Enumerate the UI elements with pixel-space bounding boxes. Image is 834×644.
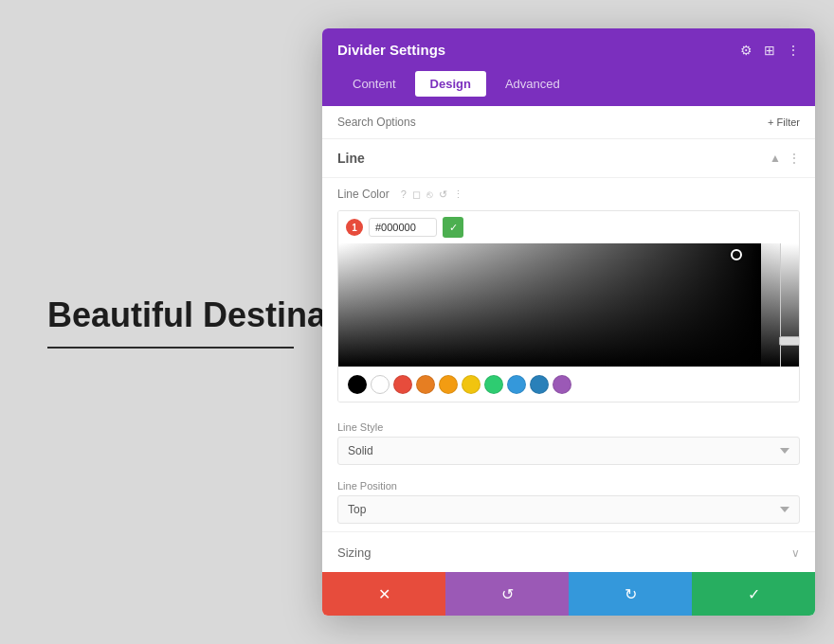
filter-button[interactable]: + Filter bbox=[768, 116, 800, 128]
line-position-group: Line Position Top Center Bottom bbox=[322, 473, 815, 531]
panel-footer: ✕ ↺ ↻ ✓ bbox=[322, 572, 815, 616]
color-swatch[interactable] bbox=[439, 375, 458, 394]
color-confirm-button[interactable]: ✓ bbox=[443, 217, 463, 238]
color-swatch[interactable] bbox=[553, 375, 571, 394]
line-section-header: Line ▲ ⋮ bbox=[322, 139, 815, 178]
save-button[interactable]: ✓ bbox=[692, 572, 815, 616]
color-hex-input[interactable] bbox=[369, 218, 437, 237]
color-indicator[interactable] bbox=[731, 249, 742, 260]
tab-design[interactable]: Design bbox=[415, 71, 486, 97]
section-more-icon[interactable]: ⋮ bbox=[789, 152, 800, 165]
panel-header: Divider Settings ⚙ ⊞ ⋮ bbox=[322, 28, 815, 71]
line-color-icons: ? ◻ ⎋ ↺ ⋮ bbox=[401, 188, 463, 201]
tab-advanced[interactable]: Advanced bbox=[490, 71, 575, 97]
color-swatch[interactable] bbox=[462, 375, 480, 394]
color-swatch[interactable] bbox=[507, 375, 526, 394]
help-icon[interactable]: ? bbox=[401, 188, 407, 200]
color-badge: 1 bbox=[346, 219, 363, 236]
color-swatches bbox=[338, 367, 799, 402]
sizing-section: Sizing ∨ bbox=[322, 531, 815, 572]
filter-label: + Filter bbox=[768, 116, 800, 128]
color-swatch[interactable] bbox=[348, 375, 367, 394]
redo-button[interactable]: ↻ bbox=[569, 572, 692, 616]
panel-body: Line ▲ ⋮ Line Color ? ◻ ⎋ ↺ ⋮ 1 ✓ bbox=[322, 139, 815, 572]
line-style-group: Line Style Solid Dashed Dotted bbox=[322, 414, 815, 473]
color-swatch[interactable] bbox=[530, 375, 549, 394]
color-picker: 1 ✓ bbox=[337, 210, 800, 402]
panel-title: Divider Settings bbox=[337, 42, 445, 58]
color-swatch[interactable] bbox=[416, 375, 435, 394]
save-icon: ✓ bbox=[748, 585, 760, 603]
cancel-button[interactable]: ✕ bbox=[322, 572, 445, 616]
tab-content[interactable]: Content bbox=[337, 71, 411, 97]
line-position-label: Line Position bbox=[337, 480, 800, 492]
reset-icon[interactable]: ◻ bbox=[412, 188, 421, 201]
line-style-select[interactable]: Solid Dashed Dotted bbox=[337, 437, 800, 465]
redo-footer-icon: ↻ bbox=[625, 585, 637, 603]
copy-icon[interactable]: ⎋ bbox=[426, 188, 433, 200]
value-handle[interactable] bbox=[779, 336, 800, 346]
line-style-label: Line Style bbox=[337, 421, 800, 433]
options-icon[interactable]: ⋮ bbox=[453, 188, 463, 201]
section-icons: ▲ ⋮ bbox=[770, 152, 800, 165]
line-section-title: Line bbox=[337, 151, 365, 166]
undo-button[interactable]: ↺ bbox=[445, 572, 569, 616]
search-bar: + Filter bbox=[322, 106, 815, 139]
panel-header-icons: ⚙ ⊞ ⋮ bbox=[740, 43, 800, 58]
sizing-title: Sizing bbox=[337, 546, 371, 560]
settings-panel: Divider Settings ⚙ ⊞ ⋮ Content Design Ad… bbox=[322, 28, 815, 616]
cancel-icon: ✕ bbox=[378, 585, 390, 603]
color-swatch[interactable] bbox=[393, 375, 412, 394]
columns-icon[interactable]: ⊞ bbox=[764, 43, 775, 58]
line-position-select[interactable]: Top Center Bottom bbox=[337, 495, 800, 524]
settings-icon[interactable]: ⚙ bbox=[740, 43, 752, 58]
more-icon[interactable]: ⋮ bbox=[787, 43, 800, 58]
value-slider[interactable] bbox=[780, 243, 799, 367]
sizing-chevron: ∨ bbox=[791, 546, 800, 560]
undo-footer-icon: ↺ bbox=[501, 585, 514, 603]
line-color-row: Line Color ? ◻ ⎋ ↺ ⋮ bbox=[322, 178, 815, 210]
collapse-icon[interactable]: ▲ bbox=[770, 152, 781, 165]
panel-tabs: Content Design Advanced bbox=[322, 71, 815, 106]
color-swatch[interactable] bbox=[484, 375, 503, 394]
color-swatch[interactable] bbox=[371, 375, 390, 394]
gradient-canvas[interactable] bbox=[338, 243, 799, 367]
gradient-overlay bbox=[338, 243, 761, 367]
sizing-header[interactable]: Sizing ∨ bbox=[322, 532, 815, 572]
color-input-row: 1 ✓ bbox=[338, 211, 799, 243]
undo-icon[interactable]: ↺ bbox=[439, 188, 447, 201]
search-input[interactable] bbox=[337, 116, 527, 129]
line-color-label: Line Color bbox=[337, 188, 390, 201]
